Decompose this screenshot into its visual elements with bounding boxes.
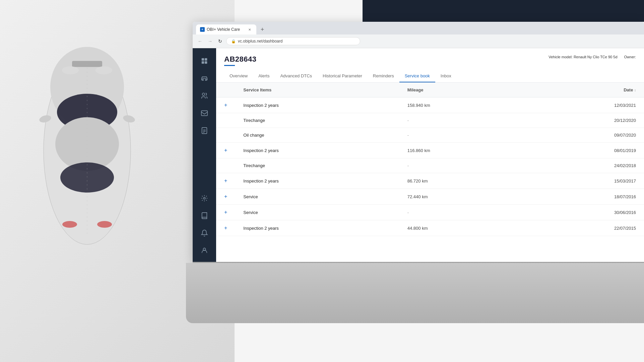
sidebar <box>193 48 216 263</box>
table-row: +Inspection 2 years86.720 km15/03/2017 <box>216 173 644 189</box>
expand-cell <box>216 128 235 143</box>
browser-addressbar: ← → ↻ 🔒 vc.obiplus.net/dashboard <box>193 34 644 48</box>
expand-cell[interactable]: + <box>216 143 235 158</box>
svg-point-8 <box>62 66 79 74</box>
date-cell: 22/07/2015 <box>523 220 644 236</box>
sidebar-reports-icon[interactable] <box>197 123 212 138</box>
mileage-cell: - <box>399 158 523 173</box>
date-cell: 08/01/2019 <box>523 143 644 158</box>
svg-rect-15 <box>202 61 204 64</box>
sidebar-dashboard-icon[interactable] <box>197 54 212 68</box>
vehicle-model-label: Vehicle model: Renault Ny Clio TCe 90 5d <box>549 55 617 59</box>
refresh-button[interactable]: ↻ <box>216 37 224 45</box>
address-bar[interactable]: 🔒 vc.obiplus.net/dashboard <box>226 37 360 45</box>
main-content: AB28643 Vehicle model: Renault Ny Clio T… <box>216 48 644 263</box>
expand-button[interactable]: + <box>224 225 227 231</box>
mileage-cell: 44.800 km <box>399 220 523 236</box>
owner-label: Owner: <box>624 55 636 59</box>
svg-point-9 <box>95 66 112 74</box>
mileage-cell: 116.860 km <box>399 143 523 158</box>
expand-column-header <box>216 83 235 97</box>
svg-point-25 <box>203 197 205 199</box>
vehicle-meta: Vehicle model: Renault Ny Clio TCe 90 5d… <box>549 55 636 59</box>
tab-title: OBI+ Vehicle Care <box>207 27 240 32</box>
vehicle-id-underline <box>224 65 235 66</box>
expand-cell[interactable]: + <box>216 189 235 205</box>
service-table-container: Service Items Mileage Date ↕ +Inspection… <box>216 83 644 263</box>
page-header: AB28643 Vehicle model: Renault Ny Clio T… <box>216 48 644 83</box>
table-row: +Inspection 2 years116.860 km08/01/2019 <box>216 143 644 158</box>
forward-button[interactable]: → <box>206 37 214 45</box>
sort-icon: ↕ <box>634 88 636 92</box>
tab-historical-parameter[interactable]: Historical Parameter <box>317 70 368 82</box>
mileage-cell: 72.440 km <box>399 189 523 205</box>
tab-service-book[interactable]: Service book <box>399 70 435 82</box>
table-row: Oil change-09/07/2020 <box>216 128 644 143</box>
sidebar-profile-icon[interactable] <box>197 243 212 258</box>
browser-chrome: + OBI+ Vehicle Care ✕ + ← → ↻ 🔒 vc.obipl… <box>193 22 644 48</box>
app-layout: AB28643 Vehicle model: Renault Ny Clio T… <box>193 48 644 263</box>
service-item-cell: Tirechange <box>235 113 399 128</box>
tab-advanced-dtcs[interactable]: Advanced DTCs <box>275 70 317 82</box>
expand-button[interactable]: + <box>224 178 227 184</box>
sidebar-users-icon[interactable] <box>197 88 212 103</box>
service-item-cell: Inspection 2 years <box>235 97 399 113</box>
tab-navigation: Overview Alerts Advanced DTCs Historical… <box>224 70 636 82</box>
svg-point-17 <box>202 79 204 81</box>
tab-overview[interactable]: Overview <box>224 70 253 82</box>
expand-cell[interactable]: + <box>216 173 235 189</box>
expand-cell <box>216 158 235 173</box>
date-cell: 12/03/2021 <box>523 97 644 113</box>
table-row: +Service72.440 km18/07/2016 <box>216 189 644 205</box>
service-table: Service Items Mileage Date ↕ +Inspection… <box>216 83 644 236</box>
browser-tab-active[interactable]: + OBI+ Vehicle Care ✕ <box>196 24 256 34</box>
sidebar-book-icon[interactable] <box>197 208 212 223</box>
sidebar-bell-icon[interactable] <box>197 226 212 240</box>
new-tab-button[interactable]: + <box>258 25 267 34</box>
sidebar-mail-icon[interactable] <box>197 106 212 121</box>
date-column-header[interactable]: Date ↕ <box>523 83 644 97</box>
mileage-cell: - <box>399 113 523 128</box>
service-item-cell: Inspection 2 years <box>235 173 399 189</box>
service-item-cell: Service <box>235 189 399 205</box>
table-row: +Inspection 2 years44.800 km22/07/2015 <box>216 220 644 236</box>
tab-alerts[interactable]: Alerts <box>253 70 275 82</box>
svg-point-10 <box>62 221 77 228</box>
sidebar-bottom <box>197 191 212 258</box>
service-items-column-header: Service Items <box>235 83 399 97</box>
tab-reminders[interactable]: Reminders <box>368 70 399 82</box>
vehicle-id: AB28643 <box>224 55 256 64</box>
sidebar-vehicle-icon[interactable] <box>197 71 212 86</box>
mileage-cell: 86.720 km <box>399 173 523 189</box>
tab-inbox[interactable]: Inbox <box>435 70 457 82</box>
sidebar-settings-icon[interactable] <box>197 191 212 206</box>
svg-point-18 <box>205 79 207 81</box>
expand-button[interactable]: + <box>224 194 227 199</box>
tab-close-button[interactable]: ✕ <box>247 27 252 32</box>
svg-rect-21 <box>202 128 207 134</box>
lock-icon: 🔒 <box>231 39 236 44</box>
mileage-cell: - <box>399 205 523 220</box>
date-cell: 24/02/2018 <box>523 158 644 173</box>
table-row: +Inspection 2 years158.940 km12/03/2021 <box>216 97 644 113</box>
expand-cell[interactable]: + <box>216 220 235 236</box>
mileage-cell: - <box>399 128 523 143</box>
service-item-cell: Inspection 2 years <box>235 220 399 236</box>
date-cell: 20/12/2020 <box>523 113 644 128</box>
back-button[interactable]: ← <box>196 37 204 45</box>
expand-cell[interactable]: + <box>216 205 235 220</box>
car-illustration <box>20 33 214 285</box>
tab-favicon: + <box>200 27 205 32</box>
svg-rect-14 <box>205 58 207 61</box>
date-cell: 18/07/2016 <box>523 189 644 205</box>
expand-button[interactable]: + <box>224 209 227 215</box>
service-item-cell: Inspection 2 years <box>235 143 399 158</box>
service-table-body: +Inspection 2 years158.940 km12/03/2021T… <box>216 97 644 236</box>
expand-button[interactable]: + <box>224 147 227 153</box>
expand-cell[interactable]: + <box>216 97 235 113</box>
date-cell: 09/07/2020 <box>523 128 644 143</box>
vehicle-id-section: AB28643 <box>224 55 256 66</box>
browser-tabs-bar: + OBI+ Vehicle Care ✕ + <box>193 22 644 34</box>
table-header-row: Service Items Mileage Date ↕ <box>216 83 644 97</box>
expand-button[interactable]: + <box>224 102 227 108</box>
